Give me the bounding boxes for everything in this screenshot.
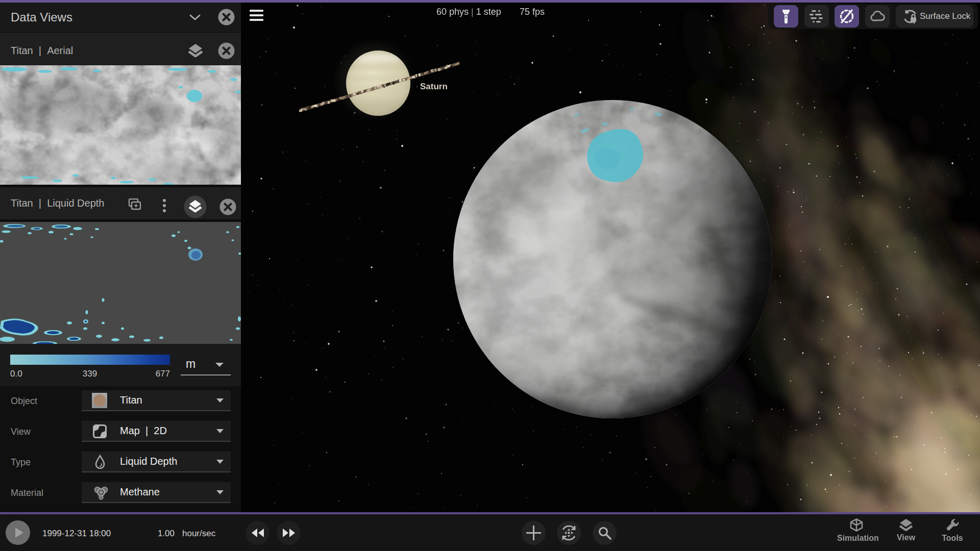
svg-text:Saturn: Saturn: [420, 82, 448, 91]
